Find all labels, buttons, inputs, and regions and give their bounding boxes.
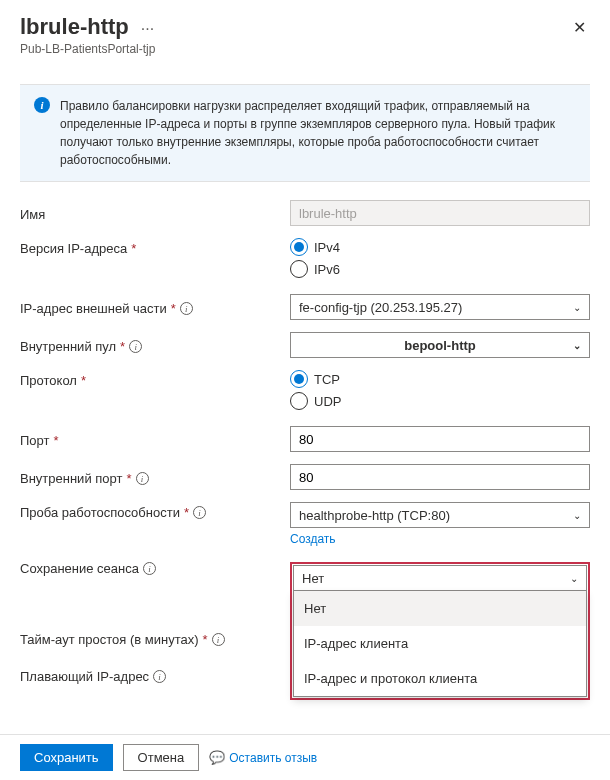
feedback-link[interactable]: 💬 Оставить отзыв [209, 750, 317, 765]
radio-ipv4[interactable]: IPv4 [290, 238, 590, 256]
help-icon[interactable]: i [136, 472, 149, 485]
label-session-persistence: Сохранение сеанса [20, 561, 139, 576]
backend-pool-select[interactable]: bepool-http ⌄ [290, 332, 590, 358]
radio-icon [290, 260, 308, 278]
label-ip-version: Версия IP-адреса [20, 241, 127, 256]
radio-icon [290, 238, 308, 256]
radio-ipv6[interactable]: IPv6 [290, 260, 590, 278]
label-backend-pool: Внутренний пул [20, 339, 116, 354]
session-persistence-highlight: Нет ⌄ Нет IP-адрес клиента IP-адрес и пр… [290, 562, 590, 700]
radio-udp[interactable]: UDP [290, 392, 590, 410]
health-probe-select[interactable]: healthprobe-http (TCP:80) ⌄ [290, 502, 590, 528]
chevron-down-icon: ⌄ [573, 340, 581, 351]
close-icon[interactable]: ✕ [569, 14, 590, 41]
help-icon[interactable]: i [193, 506, 206, 519]
label-backend-port: Внутренний порт [20, 471, 122, 486]
cancel-button[interactable]: Отмена [123, 744, 200, 771]
info-banner: i Правило балансировки нагрузки распреде… [20, 84, 590, 182]
label-name: Имя [20, 207, 45, 222]
chevron-down-icon: ⌄ [573, 302, 581, 313]
help-icon[interactable]: i [153, 670, 166, 683]
frontend-ip-select[interactable]: fe-config-tjp (20.253.195.27) ⌄ [290, 294, 590, 320]
label-health-probe: Проба работоспособности [20, 505, 180, 520]
label-floating-ip: Плавающий IP-адрес [20, 669, 149, 684]
required-mark: * [131, 241, 136, 256]
radio-icon [290, 370, 308, 388]
port-input[interactable] [290, 426, 590, 452]
radio-tcp[interactable]: TCP [290, 370, 590, 388]
create-probe-link[interactable]: Создать [290, 532, 336, 546]
help-icon[interactable]: i [143, 562, 156, 575]
dropdown-option-client-ip[interactable]: IP-адрес клиента [294, 626, 586, 661]
help-icon[interactable]: i [129, 340, 142, 353]
label-port: Порт [20, 433, 49, 448]
info-icon: i [34, 97, 50, 113]
footer-bar: Сохранить Отмена 💬 Оставить отзыв [0, 734, 610, 780]
more-button[interactable]: ··· [137, 21, 158, 37]
name-input [290, 200, 590, 226]
page-subtitle: Pub-LB-PatientsPortal-tjp [20, 42, 158, 56]
help-icon[interactable]: i [212, 633, 225, 646]
info-text: Правило балансировки нагрузки распределя… [60, 97, 576, 169]
label-idle-timeout: Тайм-аут простоя (в минутах) [20, 632, 199, 647]
help-icon[interactable]: i [180, 302, 193, 315]
session-persistence-dropdown: Нет IP-адрес клиента IP-адрес и протокол… [293, 591, 587, 697]
chevron-down-icon: ⌄ [570, 573, 578, 584]
save-button[interactable]: Сохранить [20, 744, 113, 771]
label-frontend-ip: IP-адрес внешней части [20, 301, 167, 316]
radio-icon [290, 392, 308, 410]
session-persistence-select[interactable]: Нет ⌄ [293, 565, 587, 591]
dropdown-option-none[interactable]: Нет [294, 591, 586, 626]
page-title: lbrule-http [20, 14, 129, 40]
backend-port-input[interactable] [290, 464, 590, 490]
label-protocol: Протокол [20, 373, 77, 388]
feedback-icon: 💬 [209, 750, 225, 765]
chevron-down-icon: ⌄ [573, 510, 581, 521]
dropdown-option-client-ip-protocol[interactable]: IP-адрес и протокол клиента [294, 661, 586, 696]
